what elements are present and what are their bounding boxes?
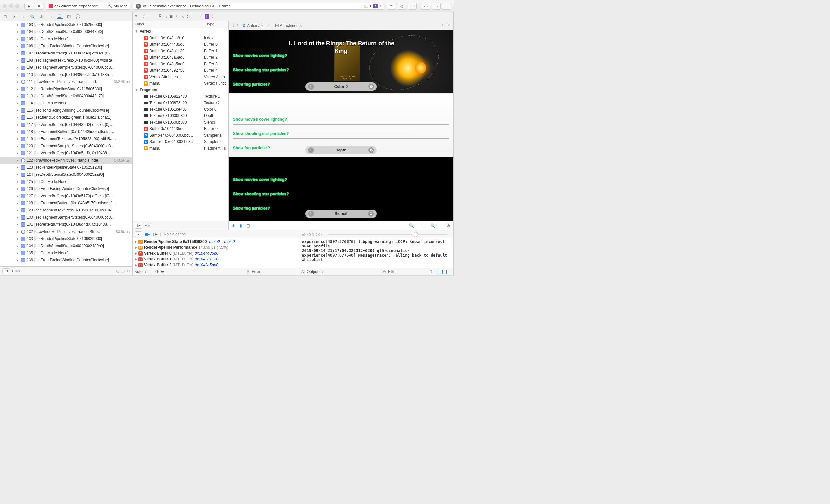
gear-icon[interactable]: ⚙: [242, 23, 246, 28]
scheme-selector[interactable]: qt5-cinematic-experience 〉🔨My Mac: [46, 3, 130, 10]
command-row[interactable]: ▸ 130 [setFragmentSamplerStates:{0x60400…: [0, 214, 132, 221]
breakpoints-icon[interactable]: ⬚: [66, 14, 72, 19]
buffer-row[interactable]: Texture 0x105822400Texture 1: [133, 93, 228, 100]
home-icon[interactable]: ⌂: [164, 14, 167, 19]
buffer-row[interactable]: BBuffer 0x1044435d0Buffer 0: [133, 41, 228, 48]
command-row[interactable]: ▸ 112 [setRenderPipelineState:0x11560680…: [0, 85, 132, 92]
filter-scope-button[interactable]: ⊜▾: [134, 223, 142, 229]
command-list[interactable]: ▸ 103 [setRenderPipelineState:0x10525e00…: [0, 21, 132, 266]
buffer-row[interactable]: BBuffer 0x1043a5ad0Buffer 3: [133, 61, 228, 67]
vars-filter[interactable]: [252, 270, 297, 274]
trash-icon[interactable]: 🗑: [429, 270, 433, 274]
back-button[interactable]: 〈: [230, 23, 234, 28]
color-attachment[interactable]: 1. Lord of the Rings: The Return of the …: [229, 30, 453, 94]
buffer-row[interactable]: Texture 0x105878400Texture 2: [133, 100, 228, 106]
stack-icon[interactable]: ▣: [169, 14, 173, 19]
command-row[interactable]: ▸ 125 [setCullMode:None]: [0, 178, 132, 185]
buffer-row[interactable]: Texture 0x1051ce400Color 0: [133, 106, 228, 113]
command-row[interactable]: ▸ 126 [setFrontFacingWinding:CounterCloc…: [0, 185, 132, 192]
buffers-list[interactable]: ▼ VertexBBuffer 0x1042ca810IndexBBuffer …: [133, 28, 228, 221]
stop-button[interactable]: ■: [34, 3, 43, 10]
variables-view[interactable]: ▸ P RenderPipelineState 0x115606800 main…: [133, 238, 299, 267]
debug-nav-icon[interactable]: ☰: [57, 14, 63, 19]
issues-icon[interactable]: ⚠: [39, 14, 44, 19]
variable-row[interactable]: ▸ B Vertex Buffer 2 (MTLBuffer) 0x1043a5…: [133, 262, 299, 267]
buffer-row[interactable]: BBuffer 0x104392750Buffer 4: [133, 67, 228, 74]
flag-filter-icon[interactable]: ▢: [121, 269, 125, 274]
console-filter[interactable]: [388, 270, 427, 274]
info-icon[interactable]: i: [308, 147, 314, 153]
close-dot[interactable]: [3, 4, 7, 8]
command-row[interactable]: ▸ 118 [setFragmentBuffers:{0x1044435d0} …: [0, 128, 132, 135]
buffer-group-header[interactable]: ▼ Fragment: [133, 87, 228, 93]
command-row[interactable]: ▸ 105 [setCullMode:None]: [0, 35, 132, 42]
command-row[interactable]: ▸ 123 [setRenderPipelineState:0x10525120…: [0, 164, 132, 171]
command-row[interactable]: ▸ 108 [setFragmentTextures:{0x1049cd400}…: [0, 57, 132, 64]
grid-icon[interactable]: ⊞: [134, 14, 138, 19]
variable-row[interactable]: ▸ B Vertex Buffer 0 (MTLBuffer) 0x104443…: [133, 250, 299, 256]
navigator-tabs[interactable]: ▢ ☒ ⌥ 🔍 ⚠ ◇ ☰ ⬚ 💬: [0, 12, 132, 21]
prev-item-button[interactable]: 〈: [198, 13, 202, 19]
buffer-row[interactable]: BBuffer 0x1043b1130Buffer 1: [133, 48, 228, 54]
command-row[interactable]: ▸ 107 [setVertexBuffers:{0x1043a74e0} of…: [0, 50, 132, 57]
command-row[interactable]: ▸ 117 [setVertexBuffers:{0x1044435d0} of…: [0, 121, 132, 128]
zoom-fit-button[interactable]: ＝: [421, 223, 425, 228]
path-attachments[interactable]: Attachments: [280, 23, 301, 28]
editor-mode-assistant[interactable]: ◎: [397, 3, 406, 10]
step-back-button[interactable]: ◁◁: [307, 232, 313, 237]
forward-button[interactable]: 〉: [147, 13, 151, 19]
buffer-row[interactable]: BBuffer 0x1043a5ad0Buffer 2: [133, 54, 228, 61]
next-item-button[interactable]: 〉: [212, 13, 216, 19]
toggle-debug-area[interactable]: ▭: [432, 3, 441, 10]
clock-filter-icon[interactable]: ◷: [116, 269, 119, 274]
command-row[interactable]: ▸ 115 [setFrontFacingWinding:CounterCloc…: [0, 107, 132, 114]
command-row[interactable]: ▸ 132 [drawIndexedPrimitives:TriangleStr…: [0, 228, 132, 235]
info-icon[interactable]: i: [308, 84, 314, 90]
star-filter-icon[interactable]: ⚐: [127, 269, 130, 274]
command-row[interactable]: ▸ 106 [setFrontFacingWinding:CounterCloc…: [0, 42, 132, 50]
minimize-dot[interactable]: [9, 4, 13, 8]
command-row[interactable]: ▸ 114 [setCullMode:None]: [0, 100, 132, 107]
source-control-icon[interactable]: ☒: [11, 14, 17, 19]
arrow-icon[interactable]: 〉: [175, 13, 179, 19]
error-icon[interactable]: !: [373, 4, 378, 8]
command-row[interactable]: ▸ 104 [setDepthStencilState:0x600000447b…: [0, 28, 132, 35]
command-row[interactable]: ▸ 122 [drawIndexedPrimitives:Triangle in…: [0, 157, 132, 164]
command-row[interactable]: ▸ 134 [setDepthStencilState:0x6040002480…: [0, 242, 132, 249]
list-icon[interactable]: ☰: [161, 270, 165, 274]
path-automatic[interactable]: Automatic: [247, 23, 264, 28]
command-row[interactable]: ▸ 124 [setDepthStencilState:0x60400025aa…: [0, 171, 132, 178]
command-row[interactable]: ▸ 127 [setVertexBuffers:{0x1043a5170} of…: [0, 192, 132, 199]
toggle-vars-icon[interactable]: ▾: [134, 231, 142, 237]
pane-layout-toggle[interactable]: [438, 270, 451, 274]
command-row[interactable]: ▸ 111 [drawIndexedPrimitives:Triangle in…: [0, 78, 132, 85]
toggle-right-panel[interactable]: ▭: [442, 3, 451, 10]
command-row[interactable]: ▸ 135 [setCullMode:None]: [0, 249, 132, 256]
buffer-row[interactable]: SSampler 0x6040000bc8…Sampler 2: [133, 138, 228, 145]
editor-mode-standard[interactable]: ≡: [387, 3, 396, 10]
flag-icon[interactable]: ▮: [240, 223, 242, 228]
gear-icon[interactable]: ⚙: [368, 211, 374, 217]
console-toggle-icon[interactable]: ▤: [301, 232, 305, 237]
gear-icon[interactable]: ⚙: [368, 147, 374, 153]
command-row[interactable]: ▸ 116 [setBlendColorRed:1 green:1 blue:1…: [0, 114, 132, 121]
buffer-row[interactable]: SSampler 0x6040000bc8…Sampler 1: [133, 132, 228, 138]
command-row[interactable]: ▸ 136 [setFrontFacingWinding:CounterCloc…: [0, 256, 132, 264]
forward-button[interactable]: 〉: [236, 23, 240, 28]
folder-icon[interactable]: ▢: [2, 14, 8, 19]
find-icon[interactable]: 🔍: [30, 14, 35, 19]
toggle-left-panel[interactable]: ▭: [421, 3, 430, 10]
buffer-row[interactable]: BVertex AttributesVertex Attrib: [133, 74, 228, 80]
zoom-out-button[interactable]: 🔍⁻: [409, 223, 416, 228]
command-row[interactable]: ▸ 119 [setFragmentTextures:{0x105822400}…: [0, 135, 132, 143]
expand-icon[interactable]: ⛶: [187, 14, 191, 19]
stencil-attachment[interactable]: Show movies cover lighting?Show shooting…: [229, 157, 453, 221]
buffer-row[interactable]: BBuffer 0x1042ca810Index: [133, 35, 228, 41]
run-button[interactable]: ▶: [24, 3, 33, 10]
command-row[interactable]: ▸ 110 [setVertexBuffers:{0x104385ec0, 0x…: [0, 71, 132, 78]
command-row[interactable]: ▸ 109 [setFragmentSamplerStates:{0x60400…: [0, 64, 132, 71]
command-row[interactable]: ▸ 121 [setVertexBuffers:{0x1043a5ad0, 0x…: [0, 150, 132, 157]
filter-scope-button[interactable]: ⊜▾: [2, 268, 10, 274]
auto-scope[interactable]: Auto: [134, 270, 143, 274]
variable-row[interactable]: ▸ M RenderPipeline Performance 143.59 μs…: [133, 245, 299, 250]
